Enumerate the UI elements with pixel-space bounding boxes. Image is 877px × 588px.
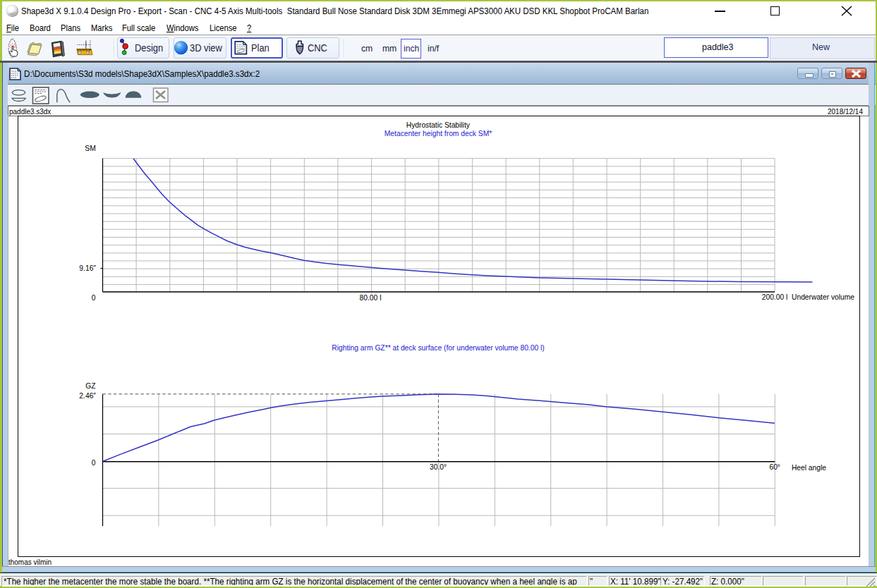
- svg-text:30.0°: 30.0°: [430, 463, 447, 471]
- svg-text:Heel angle: Heel angle: [792, 464, 826, 472]
- svg-text:60°: 60°: [769, 464, 780, 472]
- svg-text:Hydrostatic Stability: Hydrostatic Stability: [406, 121, 471, 129]
- svg-text:2.46″: 2.46″: [79, 392, 96, 400]
- svg-text:9.16″: 9.16″: [79, 264, 96, 272]
- svg-text:Righting arm GZ** at deck surf: Righting arm GZ** at deck surface (for u…: [332, 344, 544, 352]
- svg-text:200.00 l: 200.00 l: [762, 293, 788, 301]
- svg-text:Underwater volume: Underwater volume: [792, 294, 854, 302]
- svg-text:80.00 l: 80.00 l: [360, 294, 382, 302]
- svg-text:0: 0: [92, 459, 96, 467]
- svg-text:SM: SM: [85, 145, 95, 152]
- svg-text:GZ: GZ: [85, 382, 96, 390]
- svg-text:0: 0: [92, 294, 96, 302]
- svg-text:Metacenter height from deck SM: Metacenter height from deck SM*: [385, 130, 492, 137]
